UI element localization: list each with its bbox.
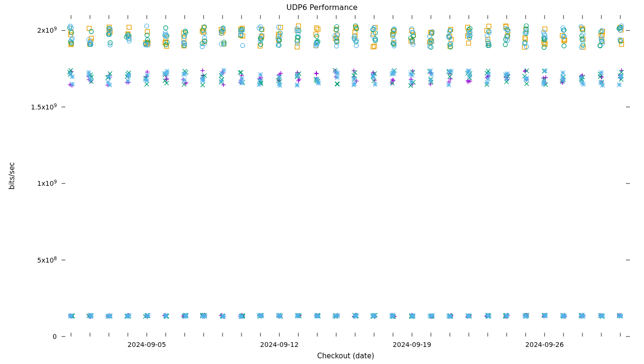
svg-text:2024-09-19: 2024-09-19 <box>393 341 431 348</box>
svg-rect-853 <box>316 27 320 31</box>
svg-point-1020 <box>542 45 546 49</box>
svg-text:2x109: 2x109 <box>37 26 57 35</box>
svg-point-978 <box>335 25 339 29</box>
svg-point-1078 <box>241 44 245 48</box>
svg-point-1056 <box>144 24 149 28</box>
svg-point-939 <box>163 26 168 30</box>
svg-rect-812 <box>127 25 131 29</box>
svg-text:1x109: 1x109 <box>37 179 57 188</box>
svg-text:1.5x109: 1.5x109 <box>31 102 57 111</box>
svg-text:2024-09-26: 2024-09-26 <box>525 341 564 348</box>
svg-text:5x108: 5x108 <box>37 255 57 264</box>
svg-rect-851 <box>314 26 319 30</box>
svg-text:0: 0 <box>53 333 57 340</box>
svg-rect-897 <box>523 36 527 40</box>
chart-svg: 05x1081x1091.5x1092x1092024-09-052024-09… <box>0 0 644 364</box>
svg-point-1070 <box>200 45 205 49</box>
svg-text:2024-09-05: 2024-09-05 <box>127 341 166 348</box>
x-axis-label: Checkout (date) <box>317 352 374 360</box>
y-axis-label: bits/sec <box>8 162 16 190</box>
svg-text:2024-09-12: 2024-09-12 <box>260 341 298 348</box>
svg-point-1014 <box>503 43 508 47</box>
chart-container: UDP6 Performance 05x1081x1091.5x1092x109… <box>0 0 644 364</box>
svg-point-1025 <box>562 44 566 48</box>
svg-rect-886 <box>466 41 471 45</box>
svg-point-1034 <box>598 43 602 47</box>
svg-rect-889 <box>487 24 491 28</box>
